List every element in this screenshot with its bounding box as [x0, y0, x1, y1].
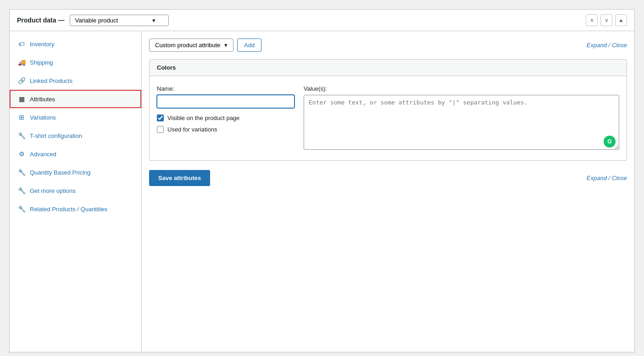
advanced-icon: ⚙: [18, 150, 25, 158]
name-column: Name: Visible on the product page: [157, 85, 294, 133]
attribute-type-select[interactable]: Custom product attribute: [155, 42, 221, 49]
get-more-icon: 🔧: [18, 187, 25, 194]
main-content: Custom product attribute ▾ Add Expand / …: [142, 31, 634, 352]
attributes-icon: ▦: [18, 95, 25, 103]
product-data-box: Product data — Variable product Simple p…: [9, 9, 635, 352]
sidebar-item-label-linked-products: Linked Products: [30, 77, 72, 84]
inventory-icon: 🏷: [18, 40, 25, 48]
name-label: Name:: [157, 85, 294, 92]
sidebar-item-linked-products[interactable]: 🔗 Linked Products: [10, 71, 141, 90]
quantity-pricing-icon: 🔧: [18, 169, 25, 176]
attribute-name-input[interactable]: [157, 95, 294, 108]
tshirt-icon: 🔧: [18, 132, 25, 139]
product-data-header: Product data — Variable product Simple p…: [10, 10, 634, 31]
visible-on-product-page-checkbox[interactable]: [157, 115, 164, 121]
attr-dropdown-chevron-icon: ▾: [224, 42, 228, 49]
sidebar-item-label-tshirt: T-shirt configuration: [30, 132, 82, 139]
visible-checkbox-label: Visible on the product page: [167, 115, 239, 121]
colors-panel-title: Colors: [157, 64, 176, 71]
grammarly-icon: G: [604, 136, 616, 148]
sidebar-item-get-more-options[interactable]: 🔧 Get more options: [10, 181, 141, 200]
sidebar: 🏷 Inventory 🚚 Shipping 🔗 Linked Products…: [10, 31, 142, 352]
header-left: Product data — Variable product Simple p…: [17, 15, 169, 26]
sidebar-item-inventory[interactable]: 🏷 Inventory: [10, 35, 141, 53]
sidebar-item-label-shipping: Shipping: [30, 59, 53, 66]
collapse-up-button[interactable]: ∧: [586, 14, 598, 26]
visible-checkbox-row: Visible on the product page: [157, 115, 294, 121]
sidebar-item-quantity-based-pricing[interactable]: 🔧 Quantity Based Pricing: [10, 163, 141, 181]
variations-icon: ⊞: [18, 114, 25, 121]
header-actions: ∧ ∨ ▲: [586, 14, 627, 26]
sidebar-item-label-related-products: Related Products / Quantities: [30, 206, 107, 213]
variations-checkbox-label: Used for variations: [167, 126, 217, 133]
sidebar-item-variations[interactable]: ⊞ Variations: [10, 108, 141, 126]
sidebar-item-attributes[interactable]: ▦ Attributes: [10, 90, 141, 108]
colors-panel-body: Name: Visible on the product page: [150, 76, 627, 160]
sidebar-item-label-advanced: Advanced: [30, 151, 56, 158]
expand-close-bottom-link[interactable]: Expand / Close: [587, 175, 627, 181]
product-data-body: 🏷 Inventory 🚚 Shipping 🔗 Linked Products…: [10, 31, 634, 352]
link-icon: 🔗: [18, 77, 25, 84]
product-type-dropdown[interactable]: Variable product Simple product Grouped …: [75, 17, 149, 24]
sidebar-item-label-quantity-pricing: Quantity Based Pricing: [30, 169, 90, 176]
sidebar-item-label-attributes: Attributes: [30, 96, 55, 103]
sidebar-item-advanced[interactable]: ⚙ Advanced: [10, 145, 141, 163]
attribute-checkboxes: Visible on the product page Used for var…: [157, 115, 294, 133]
collapse-toggle-button[interactable]: ▲: [615, 14, 627, 26]
sidebar-item-shipping[interactable]: 🚚 Shipping: [10, 53, 141, 71]
colors-panel: Colors Name: Visible on t: [149, 59, 627, 161]
variations-checkbox-row: Used for variations: [157, 126, 294, 133]
textarea-wrapper: G: [304, 95, 619, 151]
save-attributes-button[interactable]: Save attributes: [149, 170, 210, 186]
value-column: Value(s): G: [304, 85, 619, 151]
attribute-fields-row: Name: Visible on the product page: [157, 85, 619, 151]
attribute-value-textarea[interactable]: [304, 95, 619, 150]
related-products-icon: 🔧: [18, 205, 25, 213]
value-label: Value(s):: [304, 85, 619, 92]
sidebar-item-tshirt-configuration[interactable]: 🔧 T-shirt configuration: [10, 126, 141, 145]
add-attribute-button[interactable]: Add: [237, 38, 261, 52]
used-for-variations-checkbox[interactable]: [157, 126, 164, 133]
expand-close-top-link[interactable]: Expand / Close: [587, 42, 627, 49]
sidebar-item-label-get-more: Get more options: [30, 187, 76, 194]
product-data-title: Product data —: [17, 16, 64, 24]
attr-selector-left: Custom product attribute ▾ Add: [149, 38, 261, 52]
dropdown-chevron-icon: ▾: [152, 17, 155, 24]
sidebar-item-label-inventory: Inventory: [30, 41, 54, 48]
product-type-selector[interactable]: Variable product Simple product Grouped …: [70, 15, 169, 26]
sidebar-item-related-products-quantities[interactable]: 🔧 Related Products / Quantities: [10, 200, 141, 218]
collapse-down-button[interactable]: ∨: [600, 14, 612, 26]
attribute-selector-row: Custom product attribute ▾ Add Expand / …: [149, 38, 627, 52]
save-attributes-row: Save attributes Expand / Close: [149, 170, 627, 186]
attribute-type-dropdown[interactable]: Custom product attribute ▾: [149, 38, 233, 52]
shipping-icon: 🚚: [18, 59, 25, 66]
sidebar-item-label-variations: Variations: [30, 114, 56, 121]
colors-panel-header: Colors: [150, 60, 627, 76]
